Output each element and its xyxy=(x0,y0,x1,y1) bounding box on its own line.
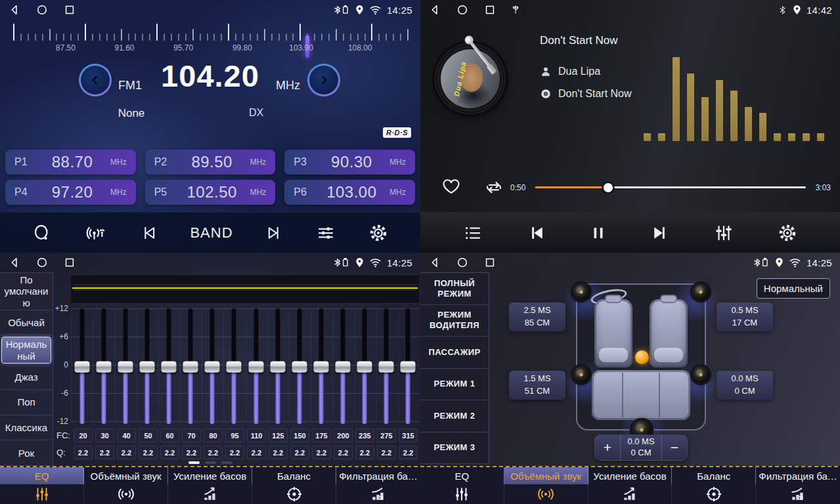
q-value-12[interactable]: 2.2 xyxy=(312,446,331,459)
slider-thumb[interactable] xyxy=(118,362,133,373)
eq-band-slider-9[interactable] xyxy=(248,308,264,425)
eq-preset-1[interactable]: По умолчанию xyxy=(0,273,53,310)
rear-right-delay-button[interactable]: 0.0 MS 0 CM xyxy=(717,371,773,400)
q-value-2[interactable]: 2.2 xyxy=(95,446,114,459)
tab-2[interactable]: Объёмный звук xyxy=(504,466,588,504)
eq-band-slider-1[interactable] xyxy=(74,308,90,425)
fc-value-14[interactable]: 235 xyxy=(355,429,374,442)
fc-value-10[interactable]: 125 xyxy=(269,429,288,442)
eq-band-slider-15[interactable] xyxy=(378,308,394,425)
eq-band-slider-16[interactable] xyxy=(400,308,416,425)
tab-3[interactable]: Усиление басов xyxy=(588,466,673,504)
fc-value-12[interactable]: 175 xyxy=(312,429,331,442)
listening-mode-3[interactable]: ПАССАЖИР xyxy=(420,337,489,369)
settings-button[interactable] xyxy=(368,223,388,243)
eq-band-slider-2[interactable] xyxy=(96,308,112,425)
slider-thumb[interactable] xyxy=(162,362,177,373)
rear-right-speaker-icon[interactable] xyxy=(692,366,709,383)
fc-value-16[interactable]: 315 xyxy=(399,429,418,442)
favorite-button[interactable] xyxy=(441,177,461,196)
recents-icon[interactable] xyxy=(63,3,85,16)
preset-button-p4[interactable]: P4 97.20 MHz xyxy=(5,180,136,205)
delay-decrease-button[interactable]: − xyxy=(662,435,687,460)
q-value-14[interactable]: 2.2 xyxy=(355,446,374,459)
eq-band-slider-4[interactable] xyxy=(139,308,155,425)
eq-preset-6[interactable]: Классика xyxy=(0,415,53,441)
tab-4[interactable]: Баланс xyxy=(672,466,756,504)
fc-value-8[interactable]: 95 xyxy=(225,429,244,442)
slider-thumb[interactable] xyxy=(248,362,263,373)
broadcast-button[interactable] xyxy=(85,223,107,243)
progress-bar[interactable] xyxy=(535,186,806,188)
slider-thumb[interactable] xyxy=(74,362,89,373)
eq-band-slider-7[interactable] xyxy=(204,308,220,425)
tab-4[interactable]: Баланс xyxy=(252,466,336,504)
pause-button[interactable] xyxy=(590,223,607,243)
q-value-6[interactable]: 2.2 xyxy=(182,446,201,459)
q-value-7[interactable]: 2.2 xyxy=(204,446,223,459)
previous-track-button[interactable] xyxy=(526,223,547,243)
delay-increase-button[interactable]: + xyxy=(595,435,620,460)
page-dot-2[interactable] xyxy=(205,461,216,464)
scan-search-button[interactable] xyxy=(32,223,52,243)
tab-3[interactable]: Усиление басов xyxy=(168,466,252,504)
eq-band-slider-11[interactable] xyxy=(292,308,307,425)
eq-band-slider-6[interactable] xyxy=(183,308,198,425)
q-value-16[interactable]: 2.2 xyxy=(399,446,418,459)
slider-thumb[interactable] xyxy=(227,362,242,373)
eq-preset-4[interactable]: Джаз xyxy=(0,365,53,390)
seek-up-button[interactable] xyxy=(307,64,340,96)
q-value-9[interactable]: 2.2 xyxy=(247,446,266,459)
fc-value-13[interactable]: 200 xyxy=(334,429,353,442)
back-icon[interactable] xyxy=(8,3,30,16)
listening-position-marker[interactable] xyxy=(635,350,649,364)
page-dot-3[interactable] xyxy=(221,461,232,464)
preset-button-p2[interactable]: P2 89.50 MHz xyxy=(145,150,276,175)
settings-button[interactable] xyxy=(778,223,797,243)
slider-thumb[interactable] xyxy=(379,362,394,373)
q-value-5[interactable]: 2.2 xyxy=(160,446,179,459)
eq-band-slider-12[interactable] xyxy=(313,308,329,425)
seek-down-button[interactable] xyxy=(79,64,112,96)
fc-value-5[interactable]: 60 xyxy=(160,429,179,442)
q-value-8[interactable]: 2.2 xyxy=(225,446,244,459)
previous-station-button[interactable] xyxy=(139,224,158,242)
rear-left-speaker-icon[interactable] xyxy=(573,366,590,383)
q-value-3[interactable]: 2.2 xyxy=(117,446,136,459)
listening-mode-6[interactable]: РЕЖИМ 3 xyxy=(420,432,489,465)
tab-1[interactable]: EQ xyxy=(420,466,504,504)
fc-value-6[interactable]: 70 xyxy=(182,429,201,442)
slider-thumb[interactable] xyxy=(205,362,220,373)
preset-button-p6[interactable]: P6 103.00 MHz xyxy=(284,180,415,205)
frequency-scale[interactable]: 87.5091.6095.7099.80103.90108.00 xyxy=(13,22,407,55)
eq-band-slider-14[interactable] xyxy=(357,308,372,425)
home-icon[interactable] xyxy=(35,256,58,269)
back-icon[interactable] xyxy=(428,3,451,16)
playlist-button[interactable] xyxy=(463,223,483,243)
rear-left-delay-button[interactable]: 1.5 MS 51 CM xyxy=(509,371,565,400)
q-value-10[interactable]: 2.2 xyxy=(269,446,288,459)
equalizer-button[interactable] xyxy=(316,223,336,243)
slider-thumb[interactable] xyxy=(292,362,307,373)
page-dot-1[interactable] xyxy=(188,461,200,464)
back-icon[interactable] xyxy=(8,256,30,269)
slider-thumb[interactable] xyxy=(313,362,328,373)
slider-thumb[interactable] xyxy=(139,362,154,373)
fc-value-1[interactable]: 20 xyxy=(74,429,93,442)
recents-icon[interactable] xyxy=(63,256,85,269)
home-icon[interactable] xyxy=(456,3,478,16)
q-value-1[interactable]: 2.2 xyxy=(74,446,93,459)
front-right-speaker-icon[interactable] xyxy=(692,284,709,301)
slider-thumb[interactable] xyxy=(96,362,111,373)
profile-button[interactable]: Нормальный xyxy=(757,278,830,299)
fc-value-7[interactable]: 80 xyxy=(204,429,223,442)
preset-button-p1[interactable]: P1 88.70 MHz xyxy=(5,150,136,175)
fc-value-15[interactable]: 275 xyxy=(377,429,396,442)
listening-mode-4[interactable]: РЕЖИМ 1 xyxy=(420,369,489,401)
q-value-13[interactable]: 2.2 xyxy=(334,446,353,459)
preset-button-p3[interactable]: P3 90.30 MHz xyxy=(284,150,415,175)
eq-preset-3[interactable]: Нормальный xyxy=(1,337,51,364)
home-icon[interactable] xyxy=(456,256,478,269)
eq-band-slider-3[interactable] xyxy=(118,308,133,425)
tab-1[interactable]: EQ xyxy=(0,466,84,504)
